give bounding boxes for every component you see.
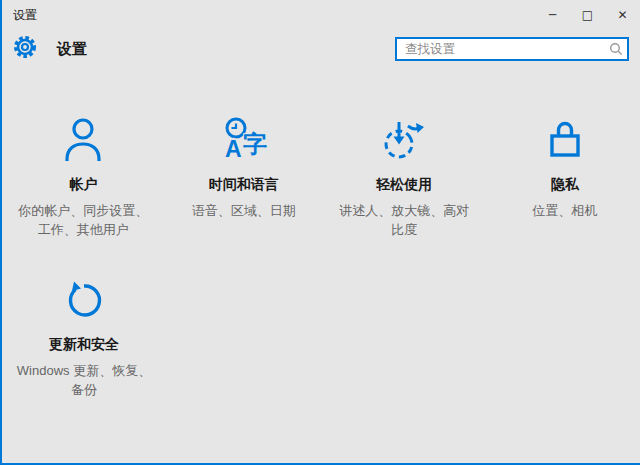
- tile-title: 隐私: [490, 176, 640, 194]
- tile-privacy[interactable]: 隐私 位置、相机: [490, 116, 640, 276]
- tile-title: 帐户: [8, 176, 159, 194]
- maximize-button[interactable]: □: [570, 0, 605, 30]
- tile-accounts[interactable]: 帐户 你的帐户、同步设置、工作、其他用户: [8, 116, 159, 276]
- settings-window: 设置 ─ □ ✕ 设置: [0, 0, 640, 465]
- clock-language-icon: A 字: [169, 116, 320, 162]
- window-title: 设置: [2, 7, 37, 24]
- refresh-icon: [8, 276, 160, 322]
- tile-row-2: 更新和安全 Windows 更新、恢复、备份: [8, 276, 640, 399]
- tiles-grid: 帐户 你的帐户、同步设置、工作、其他用户 A 字 时间和语言 语音、区域、日期: [2, 116, 640, 399]
- minimize-button[interactable]: ─: [535, 0, 570, 30]
- person-icon: [8, 116, 159, 162]
- header: 设置: [2, 30, 640, 66]
- tile-row-1: 帐户 你的帐户、同步设置、工作、其他用户 A 字 时间和语言 语音、区域、日期: [8, 116, 640, 276]
- search-box: [395, 37, 629, 61]
- titlebar: 设置 ─ □ ✕: [2, 0, 640, 30]
- tile-description: Windows 更新、恢复、备份: [14, 361, 154, 399]
- svg-text:字: 字: [243, 130, 267, 157]
- close-button[interactable]: ✕: [605, 0, 640, 30]
- tile-title: 轻松使用: [329, 176, 480, 194]
- page-title: 设置: [57, 40, 87, 59]
- search-input[interactable]: [395, 37, 629, 61]
- tile-update-security[interactable]: 更新和安全 Windows 更新、恢复、备份: [8, 276, 160, 399]
- tile-description: 位置、相机: [495, 201, 635, 220]
- tile-ease-of-access[interactable]: 轻松使用 讲述人、放大镜、高对比度: [329, 116, 480, 276]
- tile-description: 语音、区域、日期: [174, 201, 314, 220]
- tile-time-language[interactable]: A 字 时间和语言 语音、区域、日期: [169, 116, 320, 276]
- svg-text:A: A: [225, 136, 242, 162]
- search-icon[interactable]: [608, 41, 624, 61]
- ease-of-access-icon: [329, 116, 480, 162]
- tile-title: 时间和语言: [169, 176, 320, 194]
- lock-icon: [490, 116, 640, 162]
- tile-description: 讲述人、放大镜、高对比度: [334, 201, 474, 239]
- tile-description: 你的帐户、同步设置、工作、其他用户: [13, 201, 153, 239]
- gear-icon: [13, 35, 37, 63]
- tile-title: 更新和安全: [8, 336, 160, 354]
- window-controls: ─ □ ✕: [535, 0, 640, 30]
